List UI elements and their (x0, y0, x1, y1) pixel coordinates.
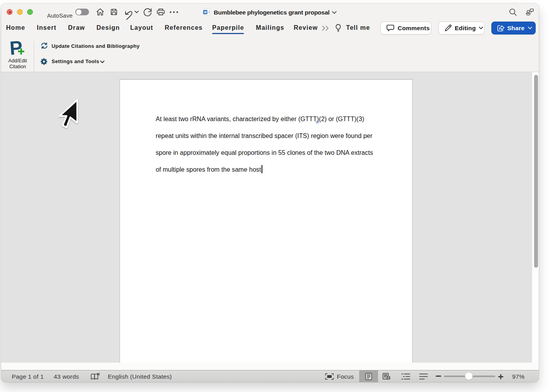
svg-text:W: W (204, 11, 207, 14)
